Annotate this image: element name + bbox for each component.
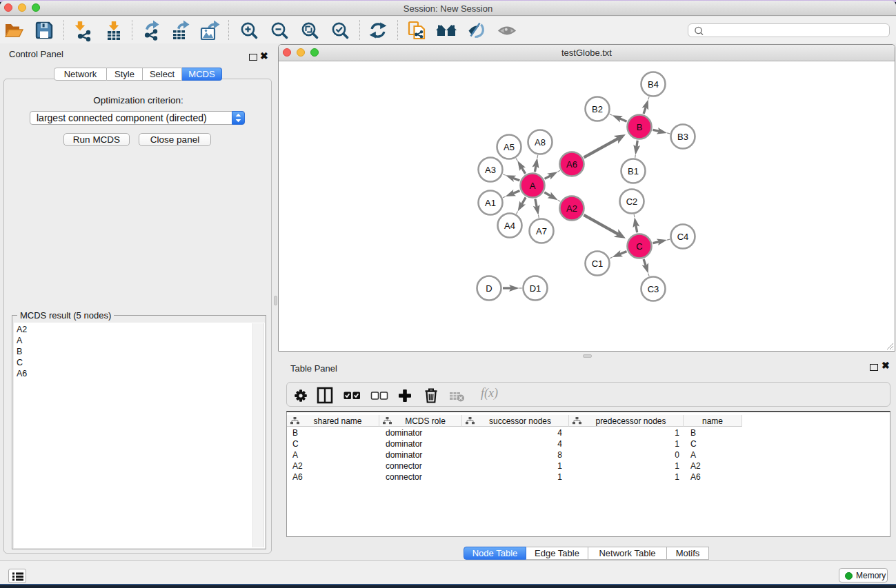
svg-text:A3: A3 bbox=[485, 165, 496, 175]
svg-text:A6: A6 bbox=[566, 159, 577, 170]
svg-text:D1: D1 bbox=[530, 283, 541, 294]
svg-text:A7: A7 bbox=[536, 226, 547, 236]
svg-text:A5: A5 bbox=[504, 142, 515, 152]
svg-text:C1: C1 bbox=[592, 258, 604, 269]
svg-text:A8: A8 bbox=[535, 137, 546, 148]
svg-text:B3: B3 bbox=[677, 132, 688, 142]
svg-text:C2: C2 bbox=[626, 196, 638, 207]
svg-text:A: A bbox=[530, 181, 536, 191]
svg-text:B2: B2 bbox=[592, 104, 603, 114]
svg-text:C3: C3 bbox=[648, 284, 659, 294]
svg-text:B1: B1 bbox=[628, 166, 639, 176]
svg-text:A1: A1 bbox=[485, 198, 496, 208]
svg-text:B: B bbox=[637, 122, 643, 132]
svg-text:A4: A4 bbox=[504, 221, 515, 231]
svg-text:B4: B4 bbox=[648, 79, 659, 90]
svg-text:C: C bbox=[636, 241, 642, 252]
svg-text:D: D bbox=[486, 283, 492, 294]
svg-text:A2: A2 bbox=[566, 203, 577, 214]
svg-text:C4: C4 bbox=[677, 232, 689, 242]
